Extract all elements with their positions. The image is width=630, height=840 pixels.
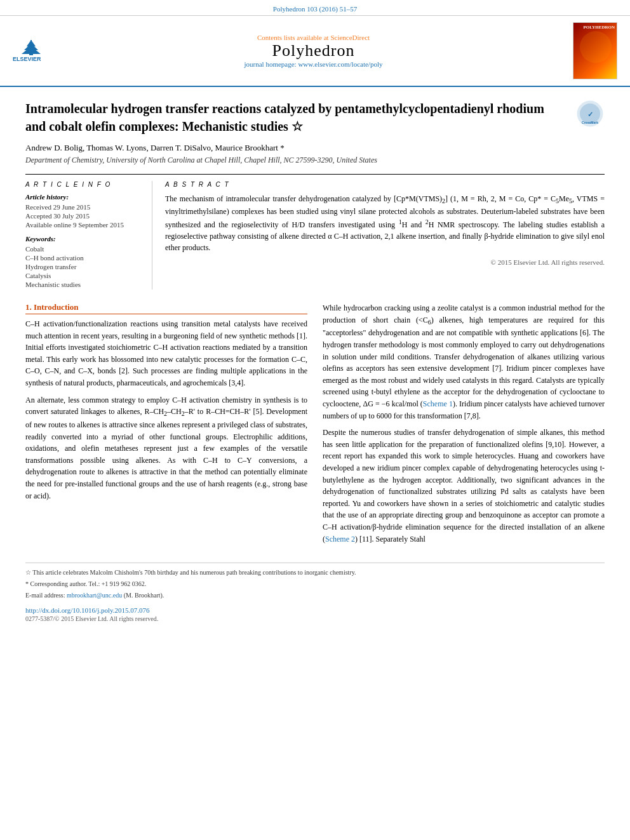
keyword-mechanistic: Mechanistic studies xyxy=(25,281,143,288)
affiliation: Department of Chemistry, University of N… xyxy=(25,156,605,165)
keywords-label: Keywords: xyxy=(25,235,143,243)
sciencedirect-prefix: Contents lists available at xyxy=(257,34,330,41)
body-left-column: 1. Introduction C–H activation/functiona… xyxy=(25,302,307,550)
doi-section: http://dx.doi.org/10.1016/j.poly.2015.07… xyxy=(25,605,605,615)
svg-text:CrossMark: CrossMark xyxy=(582,121,598,124)
cover-decoration xyxy=(577,25,615,69)
article-container: Intramolecular hydrogen transfer reactio… xyxy=(0,87,630,635)
crossmark-badge: ✓ CrossMark xyxy=(576,100,605,128)
history-label: Article history: xyxy=(25,193,143,201)
authors-text: Andrew D. Bolig, Thomas W. Lyons, Darren… xyxy=(25,143,285,152)
journal-reference: Polyhedron 103 (2016) 51–57 xyxy=(0,0,630,16)
footnote-1: ☆ This article celebrates Malcolm Chisho… xyxy=(25,568,605,577)
author-email[interactable]: mbrookhart@unc.edu xyxy=(67,592,122,599)
homepage-url: www.elsevier.com/locate/poly xyxy=(298,60,382,68)
available-date: Available online 9 September 2015 xyxy=(25,221,143,229)
article-footer: ☆ This article celebrates Malcolm Chisho… xyxy=(25,563,605,622)
article-info-label: A R T I C L E I N F O xyxy=(25,181,143,188)
journal-title: Polyhedron xyxy=(54,41,573,60)
elsevier-logo: ELSEVIER xyxy=(13,39,54,63)
journal-header: ELSEVIER Contents lists available at Sci… xyxy=(0,16,630,87)
svg-rect-4 xyxy=(29,51,33,55)
abstract-column: A B S T R A C T The mechanism of intramo… xyxy=(165,181,605,290)
article-title-text: Intramolecular hydrogen transfer reactio… xyxy=(25,102,544,133)
journal-ref-text: Polyhedron 103 (2016) 51–57 xyxy=(273,5,357,13)
received-date: Received 29 June 2015 xyxy=(25,203,143,211)
body-paragraph-2: An alternate, less common strategy to em… xyxy=(25,394,307,502)
svg-point-6 xyxy=(580,31,612,63)
accepted-date: Accepted 30 July 2015 xyxy=(25,212,143,220)
abstract-label: A B S T R A C T xyxy=(165,181,605,188)
svg-text:ELSEVIER: ELSEVIER xyxy=(13,56,41,62)
rights-text: 0277-5387/© 2015 Elsevier Ltd. All right… xyxy=(25,615,605,622)
sciencedirect-name: ScienceDirect xyxy=(330,34,370,41)
keyword-catalysis: Catalysis xyxy=(25,272,143,279)
email-footnote: E-mail address: mbrookhart@unc.edu (M. B… xyxy=(25,591,605,600)
body-right-column: While hydrocarbon cracking using a zeoli… xyxy=(323,302,605,550)
body-content: 1. Introduction C–H activation/functiona… xyxy=(25,302,605,550)
journal-center: Contents lists available at ScienceDirec… xyxy=(54,34,573,68)
doi-link[interactable]: http://dx.doi.org/10.1016/j.poly.2015.07… xyxy=(25,606,150,614)
body-paragraph-1: C–H activation/functionalization reactio… xyxy=(25,318,307,389)
elsevier-branding: ELSEVIER xyxy=(13,39,54,63)
elsevier-logo-svg: ELSEVIER xyxy=(13,39,54,63)
journal-cover-image: POLYHEDRON xyxy=(573,22,617,79)
abstract-text: The mechanism of intramolecular transfer… xyxy=(165,193,605,253)
footnote-2: * Corresponding author. Tel.: +1 919 962… xyxy=(25,580,605,589)
abstract-copyright: © 2015 Elsevier Ltd. All rights reserved… xyxy=(165,258,605,266)
journal-homepage: journal homepage: www.elsevier.com/locat… xyxy=(54,60,573,68)
corresponding-author: * Corresponding author. Tel.: +1 919 962… xyxy=(25,580,146,587)
authors: Andrew D. Bolig, Thomas W. Lyons, Darren… xyxy=(25,143,605,153)
keyword-ch-bond: C–H bond activation xyxy=(25,254,143,262)
svg-text:✓: ✓ xyxy=(587,110,593,118)
article-info-abstract-section: A R T I C L E I N F O Article history: R… xyxy=(25,174,605,290)
crossmark-svg: ✓ CrossMark xyxy=(576,100,605,128)
sciencedirect-link: Contents lists available at ScienceDirec… xyxy=(54,34,573,41)
article-title: Intramolecular hydrogen transfer reactio… xyxy=(25,100,605,135)
section-1-heading: 1. Introduction xyxy=(25,302,307,314)
body-paragraph-4: Despite the numerous studies of transfer… xyxy=(323,427,605,545)
body-paragraph-3: While hydrocarbon cracking using a zeoli… xyxy=(323,302,605,422)
high-text: high xyxy=(469,316,483,324)
keyword-cobalt: Cobalt xyxy=(25,245,143,253)
keyword-hydrogen-transfer: Hydrogen transfer xyxy=(25,263,143,270)
article-info-column: A R T I C L E I N F O Article history: R… xyxy=(25,181,152,290)
